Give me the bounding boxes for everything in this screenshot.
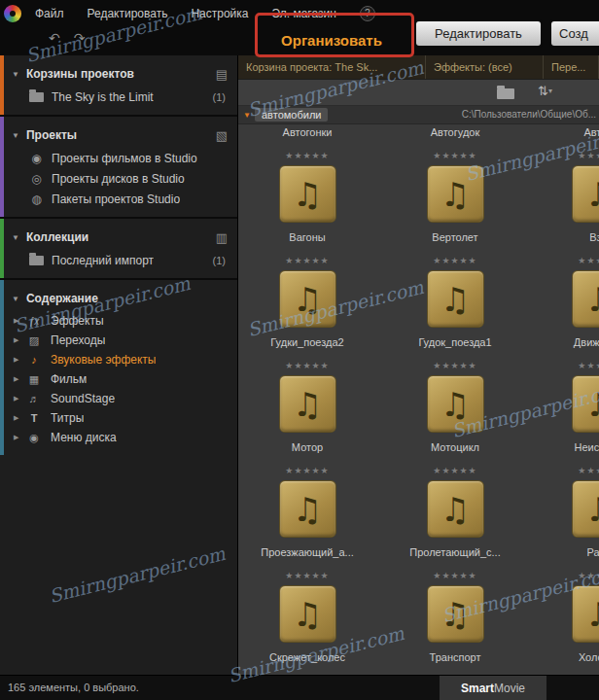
- item-count: (1): [213, 91, 237, 103]
- music-note-icon: ♫: [293, 178, 322, 211]
- section-title: Корзины проектов: [26, 67, 216, 81]
- media-item[interactable]: ★★★★★♫Неиспра...: [526, 359, 599, 453]
- media-item-label: Неиспра...: [526, 441, 599, 453]
- sidebar-item-movie[interactable]: ▶ ▦ Фильм: [0, 369, 237, 389]
- media-item-label: Пролетающий_с...: [381, 546, 529, 558]
- redo-icon[interactable]: ↷: [74, 30, 86, 46]
- transitions-icon: ▨: [25, 334, 43, 347]
- media-item[interactable]: ★★★★★♫Гудки_поезда2: [238, 254, 381, 348]
- rating-stars[interactable]: ★★★★★: [526, 464, 599, 477]
- sidebar-item-disc-projects[interactable]: ◎ Проекты дисков в Studio: [0, 168, 237, 189]
- media-item[interactable]: ★★★★★♫Вагоны: [238, 149, 381, 243]
- section-header-content[interactable]: ▼ Содержание: [0, 286, 237, 311]
- rating-stars[interactable]: ★★★★★: [526, 359, 599, 372]
- rating-stars[interactable]: ★★★★★: [238, 569, 381, 582]
- audio-clip-icon: ♫: [279, 585, 336, 643]
- rating-stars[interactable]: ★★★★★: [381, 464, 529, 477]
- media-item[interactable]: ★★★★★♫Мотор: [238, 359, 381, 453]
- audio-clip-icon: ♫: [427, 375, 484, 433]
- undo-icon[interactable]: ↶: [49, 30, 60, 46]
- expander-icon[interactable]: ▶: [14, 356, 25, 364]
- menu-edit[interactable]: Редактировать: [88, 7, 168, 20]
- sidebar-item-sound-effects[interactable]: ▶ ♪ Звуковые эффекты: [0, 350, 237, 369]
- audio-clip-icon: ♫: [572, 480, 599, 538]
- rating-stars[interactable]: ★★★★★: [238, 149, 381, 162]
- rating-stars[interactable]: ★★★★★: [526, 254, 599, 267]
- folder-browse-icon[interactable]: [497, 88, 514, 99]
- media-item[interactable]: ★★★★★♫Скрежет_колес: [238, 569, 381, 663]
- media-item-label[interactable]: Авто...: [526, 126, 599, 138]
- sidebar-item-effects[interactable]: ▶ ƒx Эффекты: [0, 311, 237, 331]
- media-item[interactable]: ★★★★★♫Гудок_поезда1: [381, 254, 529, 348]
- expander-icon[interactable]: ▶: [14, 395, 25, 402]
- media-item[interactable]: ★★★★★♫Движени...: [526, 254, 599, 348]
- media-item-label[interactable]: Автогудок: [381, 126, 529, 138]
- app-logo-icon[interactable]: [4, 5, 21, 22]
- menu-file[interactable]: Файл: [35, 7, 64, 20]
- rating-stars[interactable]: ★★★★★: [526, 569, 599, 582]
- projects-icon: ▧: [216, 128, 228, 143]
- sidebar-item-transitions[interactable]: ▶ ▨ Переходы: [0, 331, 237, 350]
- media-item[interactable]: ★★★★★♫Вз...: [526, 149, 599, 243]
- rating-stars[interactable]: ★★★★★: [238, 464, 381, 477]
- music-note-icon: ♫: [293, 283, 322, 316]
- rating-stars[interactable]: ★★★★★: [238, 359, 381, 372]
- rating-stars[interactable]: ★★★★★: [381, 149, 529, 162]
- media-item[interactable]: ★★★★★♫Проезжающий_а...: [238, 464, 381, 558]
- rating-stars[interactable]: ★★★★★: [381, 254, 529, 267]
- rating-stars[interactable]: ★★★★★: [381, 569, 529, 582]
- expander-icon[interactable]: ▶: [14, 317, 25, 325]
- sidebar-item-titles[interactable]: ▶ T Титры: [0, 408, 237, 428]
- browser-tab-effects[interactable]: Эффекты: (все): [426, 55, 544, 79]
- selection-summary: 165 элементы, 0 выбрано.: [0, 682, 139, 693]
- status-bar: 165 элементы, 0 выбрано. SmartMovie: [0, 675, 599, 700]
- media-item-label: Движени...: [526, 336, 599, 348]
- sidebar-item-latest-import[interactable]: Последний импорт (1): [0, 250, 237, 270]
- rating-stars[interactable]: ★★★★★: [526, 149, 599, 162]
- browser-tab-project-bin[interactable]: Корзина проекта: The Sk...: [238, 55, 426, 79]
- group-title[interactable]: автомобили: [255, 108, 328, 122]
- menu-store[interactable]: Эл. магазин: [272, 7, 336, 20]
- expander-icon[interactable]: ▶: [14, 414, 25, 422]
- smartmovie-button[interactable]: SmartMovie: [440, 676, 546, 700]
- rating-stars[interactable]: ★★★★★: [381, 359, 529, 372]
- browser-tab-transitions[interactable]: Пере...: [544, 55, 599, 79]
- media-item[interactable]: ★★★★★♫Мотоцикл: [381, 359, 529, 453]
- media-item[interactable]: ★★★★★♫Раз...: [526, 464, 599, 558]
- media-item[interactable]: ★★★★★♫Вертолет: [381, 149, 529, 243]
- media-item[interactable]: ★★★★★♫Холост...: [526, 569, 599, 663]
- item-label: Проекты фильмов в Studio: [52, 152, 197, 165]
- sidebar-item-movie-projects[interactable]: ◉ Проекты фильмов в Studio: [0, 148, 237, 168]
- sidebar-item-project-packages[interactable]: ◍ Пакеты проектов Studio: [0, 189, 237, 209]
- movie-project-icon: ◉: [29, 152, 44, 165]
- audio-clip-icon: ♫: [572, 270, 599, 328]
- menu-setup[interactable]: Настройка: [191, 7, 248, 20]
- section-header-project-bins[interactable]: ▼ Корзины проектов ▤: [0, 61, 237, 87]
- app-window: { "watermark": {"text": "Smirngparpeir.c…: [0, 0, 599, 700]
- sort-button[interactable]: ⇅▾: [538, 84, 552, 98]
- tab-organize[interactable]: Организовать: [261, 29, 403, 52]
- section-header-collections[interactable]: ▼ Коллекции ▥: [0, 225, 237, 250]
- media-item[interactable]: ★★★★★♫Пролетающий_с...: [381, 464, 529, 558]
- media-item-label: Гудок_поезда1: [381, 336, 529, 348]
- item-label: SoundStage: [51, 392, 115, 405]
- help-icon[interactable]: ?: [360, 6, 375, 21]
- media-item-label[interactable]: Автогонки: [238, 126, 381, 138]
- smartmovie-label: Smart: [461, 682, 494, 695]
- expander-icon[interactable]: ▶: [14, 336, 25, 344]
- tab-edit-mode[interactable]: Редактировать: [416, 21, 541, 46]
- group-expander-icon[interactable]: ▼: [243, 111, 251, 120]
- expander-icon[interactable]: ▶: [14, 375, 25, 383]
- item-label: Эффекты: [51, 314, 104, 328]
- sidebar-item-disc-menu[interactable]: ▶ ◉ Меню диска: [0, 428, 237, 447]
- sound-effects-icon: ♪: [25, 354, 43, 366]
- rating-stars[interactable]: ★★★★★: [238, 254, 381, 267]
- sidebar-item-soundstage[interactable]: ▶ ♬ SoundStage: [0, 389, 237, 408]
- media-item-label: Скрежет_колес: [238, 651, 381, 663]
- tab-create-mode[interactable]: Созд: [551, 21, 599, 46]
- collections-icon: ▥: [216, 230, 228, 245]
- expander-icon[interactable]: ▶: [14, 434, 25, 441]
- section-header-projects[interactable]: ▼ Проекты ▧: [0, 122, 237, 148]
- sidebar-item-sky-is-the-limit[interactable]: The Sky is the Limit (1): [0, 87, 237, 107]
- media-item[interactable]: ★★★★★♫Транспорт: [381, 569, 529, 663]
